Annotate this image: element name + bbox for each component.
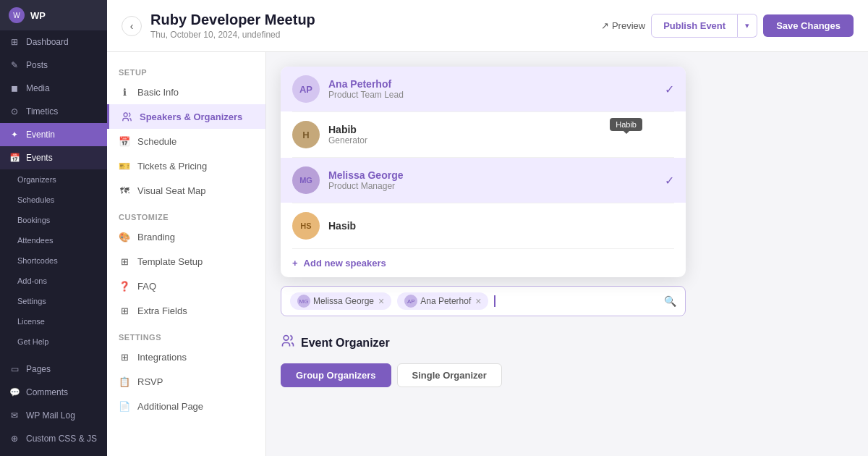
sidebar-item-wpmaillog[interactable]: ✉ WP Mail Log — [0, 404, 107, 427]
sidebar-item-posts[interactable]: ✎ Posts — [0, 54, 107, 77]
sidebar-item-events[interactable]: 📅 Events — [0, 146, 107, 169]
extra-fields-icon: ⊞ — [119, 305, 130, 316]
sidebar-label-media: Media — [26, 83, 50, 93]
sidebar-item-media[interactable]: ◼ Media — [0, 77, 107, 100]
menu-branding[interactable]: 🎨 Branding — [107, 224, 265, 249]
habib-tooltip: Habib — [610, 118, 642, 131]
sidebar-label-customcss: Custom CSS & JS — [26, 434, 97, 444]
svg-point-3 — [284, 336, 289, 341]
setup-section-title: Setup — [107, 64, 265, 80]
main-area: ‹ Ruby Developer Meetup Thu, October 10,… — [107, 0, 868, 456]
sidebar-item-customcss[interactable]: ⊕ Custom CSS & JS — [0, 427, 107, 450]
sidebar-item-attendees[interactable]: Attendees — [0, 230, 107, 250]
main-content: AP Ana Peterhof Product Team Lead ✓ H — [266, 52, 868, 456]
menu-visual-seat[interactable]: 🗺 Visual Seat Map — [107, 178, 265, 203]
sidebar-label-gethelp: Get Help — [17, 337, 48, 346]
events-icon: 📅 — [9, 152, 20, 164]
sidebar-label-comments: Comments — [26, 387, 68, 397]
tab-single-organizer[interactable]: Single Organizer — [397, 363, 502, 387]
tag-label-ana: Ana Peterhof — [420, 296, 471, 306]
integrations-icon: ⊞ — [119, 351, 130, 363]
wpmail-icon: ✉ — [9, 410, 20, 421]
menu-faq-label: FAQ — [137, 281, 156, 292]
menu-rsvp-label: RSVP — [137, 376, 163, 387]
sidebar-label-dashboard: Dashboard — [26, 37, 69, 47]
sidebar-item-addons[interactable]: Add-ons — [0, 271, 107, 291]
sidebar-label-settings: Settings — [17, 297, 46, 305]
menu-rsvp[interactable]: 📋 RSVP — [107, 369, 265, 394]
avatar-initials-habib: H — [302, 130, 309, 140]
menu-tickets-label: Tickets & Pricing — [137, 161, 207, 172]
publish-btn-group: Publish Event ▾ — [651, 14, 757, 38]
menu-extra-fields-label: Extra Fields — [137, 305, 187, 316]
speaker-item-hasib[interactable]: HS Hasib — [281, 203, 686, 248]
sidebar-item-shortcodes[interactable]: Shortcodes — [0, 250, 107, 271]
speaker-item-melissa[interactable]: MG Melissa George Product Manager ✓ — [281, 158, 686, 203]
sidebar-item-timetics[interactable]: ⊙ Timetics — [0, 100, 107, 123]
organizer-title-text: Event Organizer — [301, 337, 390, 350]
speaker-info-habib: Habib Generator — [328, 124, 367, 145]
menu-tickets-pricing[interactable]: 🎫 Tickets & Pricing — [107, 153, 265, 178]
sidebar-item-bookings[interactable]: Bookings — [0, 210, 107, 230]
sidebar-item-settings[interactable]: Settings — [0, 291, 107, 311]
tag-melissa: MG Melissa George × — [290, 292, 391, 310]
tag-remove-melissa[interactable]: × — [378, 296, 384, 306]
preview-button[interactable]: ↗ Preview — [601, 20, 645, 31]
sidebar-label-eventin: Eventin — [26, 130, 55, 140]
sidebar-label-license: License — [17, 317, 45, 326]
sidebar-item-organizers[interactable]: Organizers — [0, 169, 107, 190]
sidebar-item-woocommerce[interactable]: ⊡ WooCommerce — [0, 450, 107, 456]
menu-template-setup[interactable]: ⊞ Template Setup — [107, 249, 265, 274]
tag-remove-ana[interactable]: × — [475, 296, 481, 306]
rsvp-icon: 📋 — [119, 376, 130, 387]
organizer-section: Event Organizer Group Organizers Single … — [281, 334, 686, 387]
sidebar-label-schedules: Schedules — [17, 195, 54, 204]
sidebar-item-schedules[interactable]: Schedules — [0, 190, 107, 210]
sidebar-item-license[interactable]: License — [0, 311, 107, 332]
menu-template-label: Template Setup — [137, 256, 203, 267]
avatar-initials-ana: AP — [299, 84, 312, 95]
save-button[interactable]: Save Changes — [763, 14, 854, 37]
speaker-item-ana[interactable]: AP Ana Peterhof Product Team Lead ✓ — [281, 67, 686, 111]
sidebar-item-dashboard[interactable]: ⊞ Dashboard — [0, 30, 107, 54]
menu-faq[interactable]: ❓ FAQ — [107, 274, 265, 298]
sidebar-logo-text: WP — [30, 10, 46, 21]
event-info: Ruby Developer Meetup Thu, October 10, 2… — [150, 12, 315, 40]
timetics-icon: ⊙ — [9, 106, 20, 117]
menu-integrations-label: Integrations — [137, 352, 187, 363]
speaker-item-habib[interactable]: H Habib Generator Habib — [281, 112, 686, 157]
sidebar-item-comments[interactable]: 💬 Comments — [0, 381, 107, 404]
tags-input[interactable]: MG Melissa George × AP Ana Peterhof × 🔍 — [281, 286, 686, 316]
menu-extra-fields[interactable]: ⊞ Extra Fields — [107, 298, 265, 323]
speaker-name-ana: Ana Peterhof — [328, 78, 404, 90]
speaker-name-melissa: Melissa George — [328, 169, 404, 181]
add-speaker-button[interactable]: + Add new speakers — [281, 249, 686, 277]
sidebar-item-pages[interactable]: ▭ Pages — [0, 358, 107, 381]
menu-basic-info[interactable]: ℹ Basic Info — [107, 80, 265, 104]
menu-schedule[interactable]: 📅 Schedule — [107, 129, 265, 153]
tab-group-organizers[interactable]: Group Organizers — [281, 363, 391, 387]
back-button[interactable]: ‹ — [122, 16, 142, 36]
topbar: ‹ Ruby Developer Meetup Thu, October 10,… — [107, 0, 868, 52]
speakers-icon — [121, 111, 132, 122]
sidebar-label-timetics: Timetics — [26, 106, 58, 117]
schedule-icon: 📅 — [119, 135, 130, 147]
publish-button[interactable]: Publish Event — [651, 14, 738, 38]
topbar-left: ‹ Ruby Developer Meetup Thu, October 10,… — [122, 12, 315, 40]
input-cursor — [494, 295, 495, 307]
sidebar-item-gethelp[interactable]: Get Help — [0, 332, 107, 352]
preview-external-icon: ↗ — [601, 20, 609, 31]
publish-dropdown-button[interactable]: ▾ — [738, 14, 757, 38]
menu-schedule-label: Schedule — [137, 136, 176, 147]
menu-speakers-organizers[interactable]: Speakers & Organizers — [107, 104, 265, 129]
sidebar-label-events: Events — [26, 153, 53, 163]
menu-integrations[interactable]: ⊞ Integrations — [107, 345, 265, 369]
preview-label: Preview — [612, 20, 645, 31]
sidebar-label-bookings: Bookings — [17, 216, 50, 224]
sidebar-item-eventin[interactable]: ✦ Eventin — [0, 123, 107, 146]
event-date: Thu, October 10, 2024, undefined — [150, 30, 315, 40]
content-area: Setup ℹ Basic Info Speakers & Organizers… — [107, 52, 868, 456]
menu-additional-page[interactable]: 📄 Additional Page — [107, 394, 265, 418]
additional-page-icon: 📄 — [119, 400, 130, 412]
organizer-title-icon — [281, 334, 295, 352]
